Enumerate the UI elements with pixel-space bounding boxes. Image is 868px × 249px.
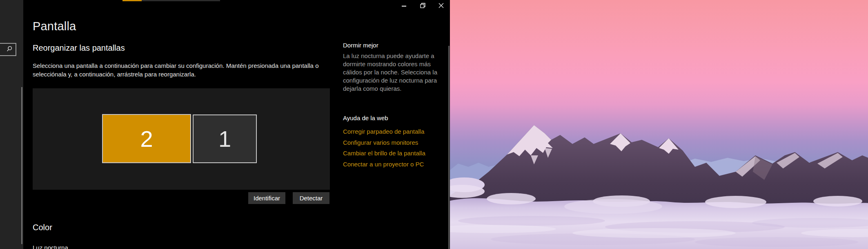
nav-scrollbar[interactable] xyxy=(21,87,22,244)
content-scrollbar[interactable] xyxy=(448,46,450,249)
restore-window-icon xyxy=(420,3,425,9)
color-heading: Color xyxy=(33,223,52,232)
night-light-label: Luz nocturna xyxy=(33,244,68,249)
left-nav-rail xyxy=(0,0,23,249)
minimize-icon xyxy=(402,6,406,7)
search-input[interactable] xyxy=(0,43,16,56)
monitor-2-number: 2 xyxy=(140,126,153,152)
web-help-title: Ayuda de la web xyxy=(343,114,388,121)
sleep-better-title: Dormir mejor xyxy=(343,42,378,49)
restore-window-button[interactable] xyxy=(413,0,432,12)
close-button[interactable] xyxy=(432,0,450,12)
close-icon xyxy=(438,3,444,9)
web-help-link-multiple-monitors[interactable]: Configurar varios monitores xyxy=(343,139,418,146)
monitor-1[interactable]: 1 xyxy=(193,114,257,163)
settings-window: Pantalla Reorganizar las pantallas Selec… xyxy=(0,0,868,249)
sleep-better-body: La luz nocturna puede ayudarte a dormirt… xyxy=(343,52,439,93)
monitor-1-number: 1 xyxy=(218,126,231,152)
page-title: Pantalla xyxy=(33,20,76,33)
rearrange-heading: Reorganizar las pantallas xyxy=(33,43,125,53)
minimize-button[interactable] xyxy=(394,0,413,12)
web-help-link-projector[interactable]: Conectar a un proyector o PC xyxy=(343,161,424,168)
monitor-2[interactable]: 2 xyxy=(102,114,191,163)
wallpaper-mountains-image xyxy=(450,0,868,249)
monitor-arrangement-panel: 2 1 xyxy=(33,88,330,190)
identify-button[interactable]: Identificar xyxy=(248,192,285,204)
top-gray-strip xyxy=(142,0,220,1)
detect-button[interactable]: Detectar xyxy=(293,192,329,204)
rearrange-description: Selecciona una pantalla a continuación p… xyxy=(33,61,335,79)
web-help-link-brightness[interactable]: Cambiar el brillo de la pantalla xyxy=(343,150,425,157)
search-icon xyxy=(7,46,13,54)
top-accent-strip xyxy=(122,0,142,1)
desktop-wallpaper xyxy=(450,0,868,249)
web-help-link-flicker[interactable]: Corregir parpadeo de pantalla xyxy=(343,128,424,135)
